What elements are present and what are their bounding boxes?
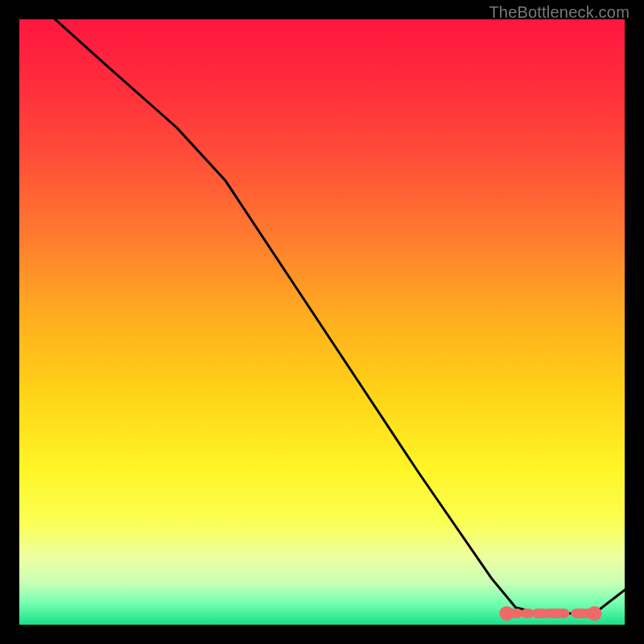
gradient-background	[19, 19, 625, 625]
chart-plot-area	[19, 19, 625, 625]
floor-start-marker-icon	[499, 606, 514, 621]
chart-stage: TheBottleneck.com	[0, 0, 644, 644]
end-marker-icon	[587, 606, 601, 621]
watermark-text: TheBottleneck.com	[489, 3, 630, 22]
chart-svg	[19, 19, 625, 625]
